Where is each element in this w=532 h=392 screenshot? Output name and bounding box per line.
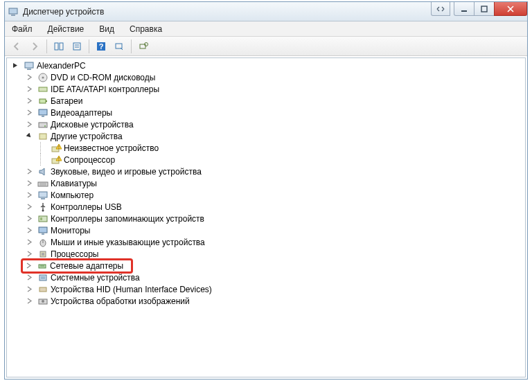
expand-icon[interactable] — [25, 190, 34, 199]
tree-category-label: Процессоры — [51, 249, 99, 259]
expand-icon[interactable] — [25, 167, 34, 176]
menu-view[interactable]: Вид — [96, 23, 117, 35]
menubar: Файл Действие Вид Справка — [5, 21, 527, 37]
svg-rect-21 — [39, 109, 47, 115]
device-manager-window: Диспетчер устройств Файл Действие Вид Сп… — [4, 1, 528, 380]
svg-text:!: ! — [58, 144, 60, 149]
tree-category[interactable]: Клавиатуры — [11, 177, 521, 189]
warn-icon: ! — [51, 143, 62, 154]
expand-icon[interactable] — [25, 84, 34, 93]
menu-action[interactable]: Действие — [45, 23, 87, 35]
svg-rect-2 — [461, 10, 467, 12]
tree-category[interactable]: Контроллеры USB — [11, 201, 521, 213]
expand-icon[interactable] — [25, 296, 34, 305]
expand-icon[interactable] — [25, 108, 34, 117]
svg-rect-38 — [39, 216, 47, 222]
usb-icon — [37, 202, 48, 213]
svg-point-17 — [42, 76, 44, 78]
expand-icon[interactable] — [25, 96, 34, 105]
expand-icon[interactable] — [25, 120, 34, 129]
tree-category[interactable]: Батареи — [11, 95, 521, 107]
minimize-button[interactable] — [454, 2, 475, 16]
tree-device[interactable]: !Неизвестное устройство — [11, 142, 521, 154]
titlebar: Диспетчер устройств — [5, 2, 527, 21]
svg-rect-25 — [39, 134, 46, 139]
disk-icon — [37, 119, 48, 130]
disc-icon — [37, 72, 48, 83]
tree-category[interactable]: Контроллеры запоминающих устройств — [11, 213, 521, 224]
scan-for-changes-button[interactable] — [136, 39, 151, 54]
svg-rect-41 — [42, 233, 44, 235]
svg-rect-49 — [41, 276, 45, 279]
menu-file[interactable]: Файл — [9, 23, 35, 35]
svg-rect-3 — [481, 6, 487, 12]
expand-icon[interactable] — [25, 249, 34, 258]
tree-category-label: Дисковые устройства — [51, 120, 134, 130]
forward-button[interactable] — [27, 39, 42, 54]
expand-icon[interactable] — [25, 214, 34, 223]
tree-category-label: Сетевые адаптеры — [50, 261, 123, 271]
tree-category[interactable]: Устройства HID (Human Interface Devices) — [11, 283, 521, 295]
tree-category[interactable]: Видеоадаптеры — [11, 107, 521, 118]
close-button[interactable] — [494, 2, 527, 16]
show-hide-console-button[interactable] — [51, 39, 66, 54]
collapse-icon[interactable] — [25, 132, 34, 141]
expand-icon[interactable] — [25, 285, 34, 294]
maximize-button[interactable] — [474, 2, 495, 16]
properties-button[interactable] — [69, 39, 85, 54]
svg-rect-14 — [25, 62, 33, 68]
keyboard-icon — [37, 178, 48, 189]
svg-rect-32 — [38, 182, 48, 186]
tree-category-label: Клавиатуры — [51, 179, 97, 188]
storage-icon — [37, 213, 48, 224]
warn-icon: ! — [51, 154, 62, 166]
tree-root-node[interactable]: AlexanderPC — [11, 60, 521, 71]
tree-category[interactable]: IDE ATA/ATAPI контроллеры — [11, 83, 521, 95]
tree-category-highlighted[interactable]: Сетевые адаптеры — [11, 260, 521, 271]
svg-rect-4 — [55, 43, 58, 50]
tree-category-label: Мыши и иные указывающие устройства — [51, 238, 205, 247]
expand-icon[interactable] — [24, 261, 33, 270]
svg-rect-22 — [42, 116, 44, 117]
svg-text:?: ? — [99, 42, 104, 51]
svg-rect-20 — [46, 100, 47, 102]
window-extra-button[interactable] — [431, 2, 450, 16]
tree-category[interactable]: Звуковые, видео и игровые устройства — [11, 166, 521, 177]
expand-icon[interactable] — [25, 273, 34, 282]
svg-rect-23 — [39, 123, 47, 127]
svg-rect-0 — [9, 8, 17, 14]
tree-category[interactable]: Устройства обработки изображений — [11, 295, 521, 307]
tree-category[interactable]: Другие устройства — [11, 130, 521, 142]
svg-rect-36 — [41, 198, 45, 199]
device-tree[interactable]: AlexanderPC DVD и CD-ROM дисководыIDE AT… — [6, 57, 526, 377]
tree-category[interactable]: Компьютер — [11, 189, 521, 201]
tree-category[interactable]: Мыши и иные указывающие устройства — [11, 236, 521, 248]
tree-category[interactable]: Мониторы — [11, 224, 521, 236]
highlight-box: Сетевые адаптеры — [21, 258, 133, 274]
svg-point-24 — [44, 125, 46, 127]
tree-category-label: Батареи — [51, 96, 82, 106]
expand-icon[interactable] — [25, 179, 34, 188]
expand-icon[interactable] — [25, 226, 34, 235]
expand-icon[interactable] — [25, 73, 34, 82]
tree-category-label: Звуковые, видео и игровые устройства — [51, 167, 202, 177]
back-button[interactable] — [9, 39, 24, 54]
toolbar-separator — [46, 39, 47, 53]
computer-icon — [37, 190, 48, 201]
tree-category[interactable]: Системные устройства — [11, 271, 521, 283]
display-icon — [37, 107, 48, 118]
expand-icon[interactable] — [25, 238, 34, 247]
tree-category[interactable]: Дисковые устройства — [11, 118, 521, 130]
tree-device[interactable]: !Сопроцессор — [11, 154, 521, 166]
tree-category-label: IDE ATA/ATAPI контроллеры — [51, 84, 159, 94]
tree-category[interactable]: DVD и CD-ROM дисководы — [11, 71, 521, 83]
collapse-icon[interactable] — [11, 61, 20, 70]
svg-rect-19 — [39, 99, 46, 103]
scan-hardware-button[interactable] — [112, 39, 127, 54]
app-icon — [8, 6, 19, 17]
tree-category-label: Видеоадаптеры — [51, 108, 112, 118]
tree-category-label: Устройства обработки изображений — [51, 296, 190, 306]
help-button[interactable]: ? — [94, 39, 109, 54]
expand-icon[interactable] — [25, 202, 34, 211]
menu-help[interactable]: Справка — [127, 23, 165, 35]
